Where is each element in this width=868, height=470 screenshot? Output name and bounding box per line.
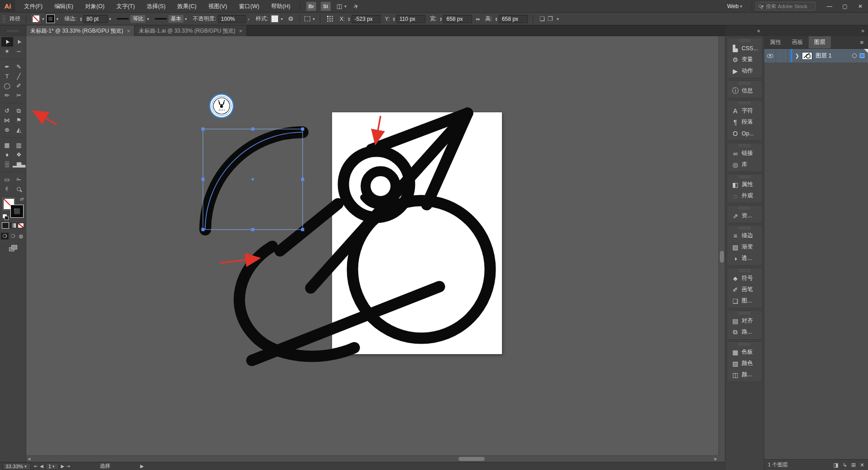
transform-icon[interactable]: ❏ — [540, 15, 545, 22]
draw-behind-button[interactable]: ❍ — [9, 233, 17, 240]
fill-dropdown-icon[interactable]: ▾ — [42, 17, 44, 21]
gradient-tool[interactable]: ▥ — [13, 140, 25, 150]
symbol-sprayer-tool[interactable]: ▒ — [1, 159, 13, 169]
workspace-switcher[interactable]: Web ▾ — [727, 3, 743, 10]
menu-item[interactable]: 选择(S) — [141, 0, 172, 13]
screen-mode-button[interactable] — [9, 245, 17, 251]
tab-close-icon[interactable]: × — [127, 28, 130, 34]
style-swatch[interactable] — [271, 15, 279, 23]
direct-selection-tool[interactable]: ➤ — [13, 37, 25, 47]
scroll-left-icon[interactable]: ◀ — [28, 457, 30, 461]
hand-tool[interactable]: ✌ — [1, 184, 13, 194]
selection-handle[interactable] — [301, 128, 304, 131]
recolor-artwork-icon[interactable]: ❂ — [288, 15, 293, 22]
default-fill-stroke-icon[interactable] — [3, 214, 7, 218]
lasso-tool[interactable]: ∽ — [13, 47, 25, 56]
shape-properties-icon[interactable]: ❐ — [547, 15, 553, 22]
panel-grip[interactable] — [739, 39, 751, 42]
menu-item[interactable]: 文件(F) — [18, 0, 48, 13]
scissors-tool[interactable]: ✂ — [13, 91, 25, 100]
type-tool[interactable]: T — [1, 72, 13, 81]
dock-item-CSS[interactable]: ▙CSS... — [727, 43, 762, 54]
dock-item-变量[interactable]: ⚙变量 — [727, 54, 762, 65]
align-options-icon[interactable] — [304, 16, 310, 21]
dock-item-外观[interactable]: ◌外观 — [727, 190, 762, 201]
magic-wand-tool[interactable]: ✶ — [1, 47, 13, 56]
curvature-tool[interactable]: ✎ — [13, 62, 25, 72]
selected-arc-stroke[interactable] — [205, 132, 303, 230]
opacity-value[interactable]: 100% — [218, 15, 246, 23]
bridge-button[interactable]: Br — [306, 2, 316, 11]
selection-center-point[interactable] — [252, 178, 254, 181]
scale-tool[interactable]: ⧉ — [13, 106, 25, 115]
panel-grip[interactable] — [739, 269, 751, 272]
perspective-grid-tool[interactable]: ◭ — [13, 125, 25, 134]
menu-item[interactable]: 窗口(W) — [233, 0, 265, 13]
dock-item-描边[interactable]: ≡描边 — [727, 230, 762, 241]
close-button[interactable]: ✕ — [853, 1, 868, 12]
document-tab[interactable]: 未标题-1* @ 33.33% (RGB/GPU 预览)× — [26, 25, 135, 36]
panel-menu-icon[interactable]: ≡ — [855, 36, 868, 48]
panel-grip[interactable] — [739, 144, 751, 147]
status-flyout-icon[interactable]: ▶ — [140, 464, 144, 469]
x-value[interactable]: -523 px — [352, 15, 381, 23]
dock-item-字符[interactable]: A字符 — [727, 105, 762, 116]
dock-item-路[interactable]: ⧉路... — [727, 326, 762, 338]
stroke-swatch[interactable] — [47, 15, 54, 23]
expand-panel-icon[interactable]: » — [861, 28, 864, 34]
zoom-level-dropdown[interactable]: 33.33% ▾ — [3, 463, 31, 470]
swap-fill-stroke-icon[interactable]: ⇄ — [20, 197, 24, 201]
layers-list[interactable] — [764, 62, 868, 459]
menu-item[interactable]: 效果(C) — [171, 0, 202, 13]
menu-item[interactable]: 视图(V) — [203, 0, 233, 13]
horizontal-scrollbar[interactable]: ◀ ▶ — [26, 456, 719, 462]
dock-item-符号[interactable]: ♣符号 — [727, 273, 762, 284]
selected-arc-object[interactable] — [202, 128, 304, 231]
menu-item[interactable]: 编辑(E) — [48, 0, 79, 13]
panel-grip[interactable] — [739, 312, 751, 315]
panel-grip[interactable] — [739, 175, 751, 178]
selection-handle[interactable] — [202, 228, 205, 231]
dock-item-对齐[interactable]: ▤对齐 — [727, 315, 762, 326]
dock-item-动作[interactable]: ▶动作 — [727, 65, 762, 77]
column-graph-tool[interactable]: ▂▆▃ — [13, 159, 25, 169]
collapse-dock-icon[interactable]: « — [757, 28, 760, 34]
layer-name[interactable]: 图层 1 — [815, 52, 831, 60]
opacity-flyout-icon[interactable]: › — [248, 16, 250, 22]
selection-handle[interactable] — [202, 178, 205, 181]
stroke-weight-value[interactable]: 80 pt — [83, 15, 108, 23]
chevron-down-icon[interactable]: ▾ — [557, 17, 559, 21]
none-button[interactable] — [18, 223, 24, 228]
brush-definition-dropdown[interactable]: 基本 ▾ — [153, 15, 188, 23]
dock-item-颜[interactable]: ◫颜... — [727, 369, 762, 380]
selection-handle[interactable] — [251, 228, 255, 231]
height-value[interactable]: 658 px — [499, 15, 528, 23]
mesh-tool[interactable]: ▦ — [1, 140, 13, 150]
selection-tool[interactable]: ➤ — [1, 37, 13, 47]
search-input[interactable] — [766, 4, 813, 9]
logo-badge[interactable] — [210, 94, 233, 118]
puppet-warp-tool[interactable]: ⚑ — [13, 115, 25, 125]
menu-item[interactable]: 对象(O) — [79, 0, 111, 13]
dock-item-段落[interactable]: ¶段落 — [727, 116, 762, 128]
panel-grip[interactable] — [739, 206, 751, 210]
make-clipping-mask-icon[interactable]: ◨ — [833, 462, 838, 468]
menu-item[interactable]: 文字(T) — [111, 0, 141, 13]
selection-handle[interactable] — [301, 178, 304, 181]
chevron-down-icon[interactable]: ▾ — [344, 4, 347, 9]
vertical-scroll-thumb[interactable] — [720, 251, 724, 263]
tab-画板[interactable]: 画板 — [786, 36, 809, 48]
paintbrush-tool[interactable]: ✐ — [13, 81, 25, 91]
panel-grip[interactable] — [739, 101, 751, 105]
selection-handle[interactable] — [251, 128, 255, 131]
artboard-number-dropdown[interactable]: 1 ▾ — [45, 463, 59, 470]
draw-inside-button[interactable]: ◍ — [17, 233, 25, 240]
ellipse-tool[interactable]: ◯ — [1, 81, 13, 91]
vertical-scrollbar[interactable] — [719, 36, 725, 456]
new-layer-icon[interactable]: ⊞ — [851, 462, 856, 468]
y-stepper[interactable]: ▲▼ — [392, 17, 395, 21]
width-tool[interactable]: ⋈ — [1, 115, 13, 125]
dock-item-透[interactable]: ◑透... — [727, 253, 762, 264]
arrange-documents-icon[interactable]: ◫ — [337, 3, 342, 10]
menu-item[interactable]: 帮助(H) — [265, 0, 296, 13]
